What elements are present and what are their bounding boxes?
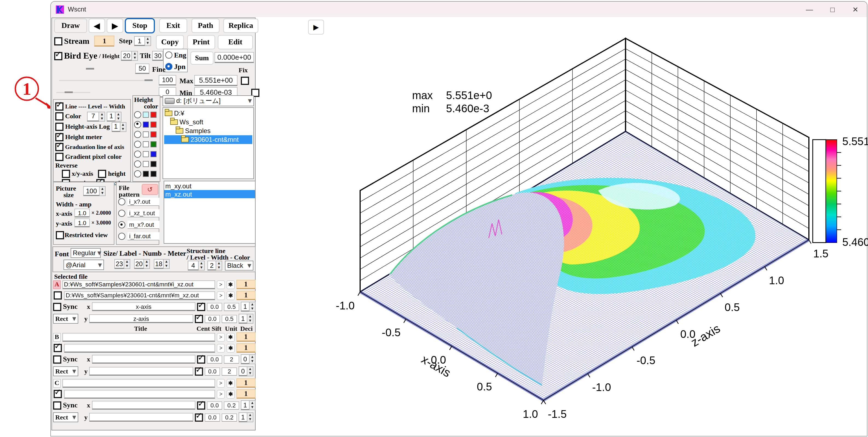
tree-item[interactable]: Ws_soft bbox=[164, 118, 252, 126]
deci-value[interactable]: 1 bbox=[237, 343, 256, 353]
structure-width-spinner[interactable]: 2 ▲▼ bbox=[208, 261, 222, 270]
slider-handle[interactable] bbox=[86, 68, 94, 69]
star-button[interactable]: ✱ bbox=[226, 344, 235, 352]
file-a2-path[interactable]: D:¥Ws_soft¥Samples¥230601-cnt&mnt¥m_xz.o… bbox=[64, 291, 215, 300]
tree-item[interactable]: D:¥ bbox=[164, 109, 252, 118]
deci-spinner[interactable]: 1 ▲▼ bbox=[241, 400, 256, 410]
bird-eye-checkbox[interactable] bbox=[54, 52, 62, 60]
spin-up-icon[interactable]: ▲ bbox=[99, 112, 105, 116]
spin-up-icon[interactable]: ▲ bbox=[250, 401, 255, 405]
more-button[interactable]: > bbox=[217, 333, 225, 342]
min-slider-track[interactable] bbox=[56, 92, 90, 93]
cent-value[interactable]: 0.0 bbox=[207, 355, 222, 363]
color-swatch[interactable] bbox=[143, 121, 149, 127]
sync-checkbox[interactable] bbox=[53, 355, 61, 363]
unit-value[interactable]: 0.5 bbox=[224, 302, 239, 311]
cent-checkbox[interactable] bbox=[195, 367, 203, 375]
spin-up-icon[interactable]: ▲ bbox=[116, 112, 121, 116]
deci-spinner[interactable]: 0 ▲▼ bbox=[241, 354, 256, 364]
color-level-spinner[interactable]: 7 ▲▼ bbox=[87, 111, 105, 121]
more-button[interactable]: > bbox=[217, 291, 225, 300]
sync-checkbox[interactable] bbox=[53, 401, 61, 409]
spin-down-icon[interactable]: ▼ bbox=[216, 266, 222, 270]
spin-up-icon[interactable]: ▲ bbox=[164, 260, 169, 264]
more-button[interactable]: > bbox=[217, 379, 225, 387]
deci-value[interactable]: 1 bbox=[236, 332, 256, 342]
spin-up-icon[interactable]: ▲ bbox=[250, 302, 255, 307]
cent-checkbox[interactable] bbox=[197, 355, 205, 363]
cent-checkbox[interactable] bbox=[195, 413, 203, 421]
color-swatch[interactable] bbox=[143, 171, 149, 177]
palette-radio[interactable] bbox=[134, 111, 141, 118]
spin-up-icon[interactable]: ▲ bbox=[145, 37, 151, 41]
spin-down-icon[interactable]: ▼ bbox=[250, 307, 255, 311]
reverse-xy-checkbox[interactable] bbox=[62, 170, 70, 178]
file-list-item[interactable]: m_xy.out bbox=[164, 182, 255, 190]
file-list-item[interactable]: m_xz.out bbox=[164, 190, 255, 198]
restricted-view-checkbox[interactable] bbox=[56, 231, 64, 239]
spin-up-icon[interactable]: ▲ bbox=[216, 261, 222, 266]
star-button[interactable]: ✱ bbox=[226, 379, 235, 387]
numb-size-spinner[interactable]: 20 ▲▼ bbox=[134, 259, 150, 269]
cent-checkbox[interactable] bbox=[197, 302, 205, 311]
star-button[interactable]: ✱ bbox=[226, 390, 235, 399]
fine-value[interactable]: 50 bbox=[135, 63, 149, 74]
spin-down-icon[interactable]: ▼ bbox=[132, 56, 137, 60]
tree-item[interactable]: 230601-cnt&mnt bbox=[164, 135, 252, 144]
spin-up-icon[interactable]: ▲ bbox=[100, 187, 105, 191]
max-slider-track[interactable] bbox=[59, 80, 153, 81]
cent-checkbox[interactable] bbox=[195, 315, 203, 323]
stop-button[interactable]: Stop bbox=[125, 18, 155, 33]
deci-spinner[interactable]: 0 ▲▼ bbox=[239, 366, 253, 376]
color-swatch[interactable] bbox=[143, 141, 149, 147]
sync-checkbox[interactable] bbox=[53, 302, 61, 311]
color-swatch[interactable] bbox=[151, 161, 157, 167]
spin-down-icon[interactable]: ▼ bbox=[144, 264, 149, 268]
tree-item[interactable]: Samples bbox=[164, 126, 252, 135]
deci-value[interactable]: 1 bbox=[236, 378, 256, 388]
edit-button[interactable]: Edit bbox=[218, 35, 253, 49]
log-spinner[interactable]: 1 ▲▼ bbox=[112, 122, 126, 132]
palette-radio[interactable] bbox=[134, 160, 141, 167]
picture-size-spinner[interactable]: 100 ▲▼ bbox=[83, 186, 105, 196]
structure-level-spinner[interactable]: 4 ▲▼ bbox=[188, 261, 205, 270]
rect-select[interactable]: Rect ▼ bbox=[53, 314, 78, 324]
eng-radio[interactable] bbox=[165, 52, 173, 59]
palette-radio[interactable] bbox=[134, 141, 141, 148]
unit-value[interactable]: 0.2 bbox=[222, 413, 237, 421]
spin-up-icon[interactable]: ▲ bbox=[144, 260, 149, 264]
spin-up-icon[interactable]: ▲ bbox=[120, 122, 126, 127]
gradient-pixel-checkbox[interactable] bbox=[55, 152, 63, 161]
unit-value[interactable]: 0.5 bbox=[222, 315, 237, 323]
deci-value[interactable]: 1 bbox=[237, 389, 256, 399]
cx-title-field[interactable] bbox=[92, 401, 195, 410]
bx-title-field[interactable] bbox=[92, 355, 195, 363]
color-checkbox[interactable] bbox=[55, 112, 63, 120]
b2-title-field[interactable] bbox=[64, 344, 215, 352]
pattern-radio[interactable] bbox=[118, 233, 125, 240]
spin-down-icon[interactable]: ▼ bbox=[247, 417, 253, 422]
sum-button[interactable]: Sum bbox=[190, 52, 213, 65]
path-button[interactable]: Path bbox=[191, 19, 219, 33]
unit-value[interactable]: 2 bbox=[224, 355, 239, 363]
spin-down-icon[interactable]: ▼ bbox=[164, 264, 169, 268]
spin-down-icon[interactable]: ▼ bbox=[120, 127, 126, 131]
max-slider-handle[interactable] bbox=[145, 79, 153, 81]
spin-down-icon[interactable]: ▼ bbox=[116, 116, 121, 121]
y-title-field[interactable]: z-axis bbox=[89, 314, 193, 323]
by-title-field[interactable] bbox=[89, 367, 193, 376]
picture-x-value[interactable]: 1.0 bbox=[74, 209, 90, 217]
spin-up-icon[interactable]: ▲ bbox=[250, 355, 255, 359]
deci-spinner[interactable]: 1 ▲▼ bbox=[239, 314, 253, 324]
step-spinner[interactable]: 1 ▲▼ bbox=[134, 36, 151, 46]
font-face-select[interactable]: @Arial ▼ bbox=[63, 260, 104, 270]
graduation-checkbox[interactable] bbox=[55, 143, 63, 151]
pattern-radio[interactable] bbox=[118, 210, 125, 217]
height-axis-log-checkbox[interactable] bbox=[55, 123, 63, 131]
color-swatch[interactable] bbox=[151, 141, 157, 147]
more-button[interactable]: > bbox=[217, 344, 225, 352]
color-swatch[interactable] bbox=[151, 171, 157, 177]
forward-button[interactable]: ▶ bbox=[107, 19, 123, 33]
rect-select[interactable]: Rect ▼ bbox=[53, 412, 78, 422]
spin-down-icon[interactable]: ▼ bbox=[124, 264, 130, 268]
